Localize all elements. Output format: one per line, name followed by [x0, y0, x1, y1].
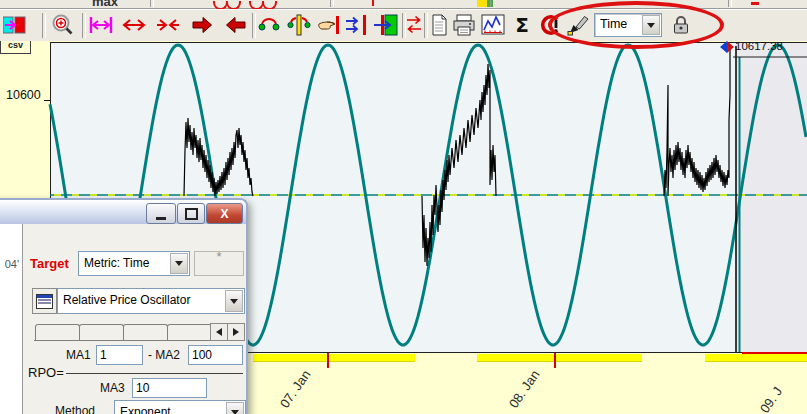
session-bar: [477, 354, 642, 362]
fraction-line: [66, 373, 243, 374]
divider: [42, 13, 46, 38]
clipped-text: max: [92, 0, 136, 8]
parameter-tab[interactable]: [123, 324, 168, 340]
method-label: Method: [55, 404, 95, 414]
new-document-icon[interactable]: [428, 12, 450, 38]
ma3-input[interactable]: [132, 378, 207, 398]
chevron-down-icon[interactable]: [226, 402, 244, 414]
red-ellipse-annotation: [548, 1, 724, 49]
application-window: max: [0, 0, 807, 414]
chevron-down-icon[interactable]: [225, 290, 243, 312]
color-transform-icon[interactable]: [2, 12, 28, 38]
method-dropdown[interactable]: Exponent: [114, 400, 246, 414]
chevron-down-icon[interactable]: [170, 253, 188, 274]
scroll-to-end-icon[interactable]: [344, 12, 370, 38]
parameter-tab-strip: [34, 322, 243, 341]
ma1-label: MA1: [66, 348, 91, 362]
divider: [728, 0, 732, 7]
x-axis-date-label: 09. J: [757, 384, 785, 414]
compress-horizontal-icon[interactable]: [155, 12, 181, 38]
shift-right-icon[interactable]: [189, 12, 215, 38]
star-button[interactable]: *: [194, 251, 244, 276]
close-button[interactable]: X: [206, 203, 243, 224]
ma3-label: MA3: [100, 381, 125, 395]
jump-link-icon[interactable]: [256, 12, 282, 38]
zoom-region-icon[interactable]: [50, 12, 76, 38]
clipped-icon-fragment: [751, 2, 759, 5]
maximize-button[interactable]: [177, 203, 205, 224]
target-label: Target: [30, 256, 69, 271]
ma1-input[interactable]: [96, 345, 143, 365]
shift-left-icon[interactable]: [223, 12, 249, 38]
dialog-title-bar[interactable]: X: [0, 200, 246, 224]
swap-arrows-icon[interactable]: [405, 12, 423, 38]
session-bar: [253, 354, 415, 362]
parameter-tab[interactable]: [79, 324, 124, 340]
mini-window-icon: [36, 294, 53, 309]
x-axis-date-label: 08. Jan: [506, 367, 543, 411]
x-axis-date-label: 07. Jan: [277, 367, 314, 411]
ma2-input[interactable]: [188, 345, 243, 365]
session-bar: [705, 354, 807, 362]
rpo-label: RPO=: [28, 365, 64, 380]
divider: [150, 0, 154, 7]
minimize-button[interactable]: [146, 203, 176, 224]
indicator-dropdown[interactable]: Relative Price Oscillator: [57, 288, 245, 314]
advance-into-range-icon[interactable]: [372, 12, 400, 38]
tab-scroll-right-button[interactable]: [227, 323, 245, 341]
print-icon[interactable]: [451, 12, 477, 38]
sum-icon[interactable]: Σ: [511, 12, 533, 38]
divider: [330, 0, 334, 7]
ma2-label: - MA2: [148, 348, 180, 362]
parameter-tab[interactable]: [35, 324, 80, 340]
extend-range-icon[interactable]: [88, 12, 114, 38]
divider: [490, 0, 494, 7]
clipped-icon-fragment: [372, 0, 374, 6]
split-link-icon[interactable]: [286, 12, 312, 38]
chart-summary-icon[interactable]: [480, 12, 506, 38]
divider: [82, 13, 86, 38]
left-pane-clipped-text: 04': [5, 258, 19, 270]
close-icon: X: [220, 207, 228, 221]
indicator-list-button[interactable]: [32, 288, 57, 314]
tab-scroll-left-button[interactable]: [210, 323, 228, 341]
indicator-dialog: X 04' Target Metric: Time * Relative Pri…: [0, 198, 248, 414]
dialog-left-pane: 04': [0, 224, 23, 414]
x-axis-tick: [554, 353, 556, 368]
x-axis-tick: [327, 353, 329, 368]
drag-to-end-icon[interactable]: [316, 12, 342, 38]
metric-dropdown[interactable]: Metric: Time: [78, 251, 190, 276]
parameter-tab[interactable]: [167, 324, 212, 340]
expand-horizontal-icon[interactable]: [121, 12, 147, 38]
session-red-line: [742, 352, 807, 354]
